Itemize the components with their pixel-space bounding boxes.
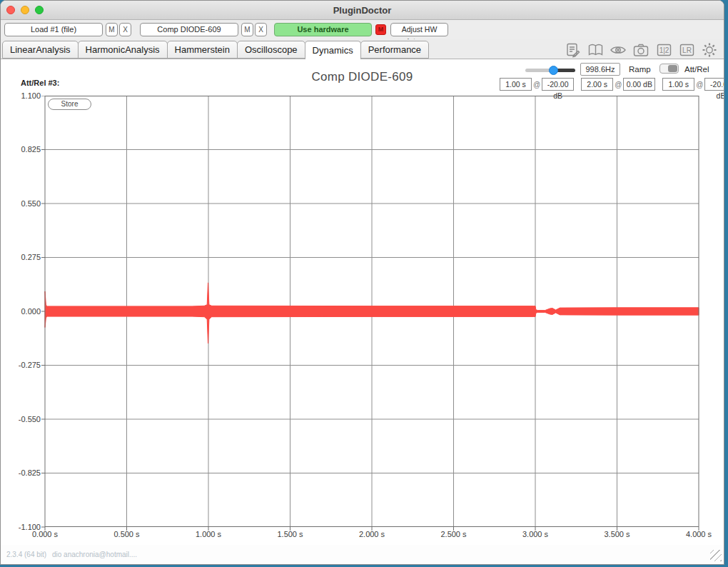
mute-2-button[interactable]: M bbox=[241, 23, 253, 36]
tab-oscilloscope[interactable]: Oscilloscope bbox=[237, 41, 305, 59]
resize-grip[interactable] bbox=[710, 550, 722, 561]
frequency-field[interactable]: 998.6Hz bbox=[580, 63, 620, 76]
tab-dynamics[interactable]: Dynamics bbox=[305, 41, 361, 59]
y-axis-labels: 1.1000.8250.5500.2750.000-0.275-0.550-0.… bbox=[1, 96, 41, 531]
y-tick-label: 0.825 bbox=[1, 145, 41, 154]
x-tick-label: 2.500 s bbox=[429, 530, 479, 538]
y-tick-label: 0.000 bbox=[1, 307, 41, 316]
svg-text:LR: LR bbox=[682, 46, 692, 54]
at-separator: @ bbox=[615, 81, 622, 89]
clear-1-button[interactable]: X bbox=[119, 23, 131, 36]
camera-icon[interactable] bbox=[632, 41, 649, 59]
clear-2-button[interactable]: X bbox=[255, 23, 267, 36]
svg-text:1|2: 1|2 bbox=[659, 46, 669, 54]
segment-3-time-field[interactable]: 1.00 s bbox=[662, 78, 694, 91]
x-tick-label: 3.500 s bbox=[592, 530, 642, 538]
at-separator: @ bbox=[533, 81, 540, 89]
ramp-label: Ramp bbox=[629, 65, 651, 74]
plugin-select-button[interactable]: Comp DIODE-609 bbox=[140, 23, 238, 36]
notes-icon[interactable] bbox=[564, 41, 581, 59]
segment-2: 2.00 s@0.00 dB bbox=[581, 78, 655, 91]
y-tick-label: 1.100 bbox=[1, 91, 41, 100]
tab-performance[interactable]: Performance bbox=[360, 41, 429, 59]
book-icon[interactable] bbox=[587, 41, 604, 59]
x-tick-label: 3.000 s bbox=[510, 530, 560, 538]
use-hardware-button[interactable]: Use hardware bbox=[274, 23, 372, 36]
x-tick-label: 0.000 s bbox=[20, 530, 70, 538]
eye-icon[interactable] bbox=[610, 41, 627, 59]
hw-mute-button[interactable]: M bbox=[375, 24, 386, 35]
settings-icon[interactable] bbox=[701, 41, 718, 59]
tab-bar: LinearAnalysisHarmonicAnalysisHammerstei… bbox=[1, 39, 724, 59]
segment-1: 1.00 s@-20.00 dB bbox=[500, 78, 574, 91]
titlebar[interactable]: PluginDoctor bbox=[1, 1, 724, 20]
segment-2-time-field[interactable]: 2.00 s bbox=[581, 78, 613, 91]
x-tick-label: 1.500 s bbox=[266, 530, 315, 538]
att-rel-preset-label: Att/Rel #3: bbox=[21, 79, 59, 87]
segment-1-level-field[interactable]: -20.00 dB bbox=[542, 78, 574, 91]
tab-linearanalysis[interactable]: LinearAnalysis bbox=[2, 41, 79, 59]
ramp-attrel-toggle[interactable] bbox=[659, 64, 679, 74]
registration-text: dio anachronia@hotmail.... bbox=[52, 551, 137, 558]
tab-harmonicanalysis[interactable]: HarmonicAnalysis bbox=[78, 41, 168, 59]
segment-3: 1.00 s@-20.00 dB bbox=[662, 78, 724, 91]
x-axis-labels: 0.000 s0.500 s1.000 s1.500 s2.000 s2.500… bbox=[39, 530, 710, 541]
segment-3-level-field[interactable]: -20.00 dB bbox=[704, 78, 724, 91]
y-tick-label: -0.825 bbox=[1, 468, 41, 477]
segment-2-level-field[interactable]: 0.00 dB bbox=[623, 78, 655, 91]
y-tick-label: 0.550 bbox=[1, 199, 41, 208]
header-icons: 1|2 LR bbox=[564, 41, 718, 59]
slider-knob[interactable] bbox=[549, 66, 558, 75]
toggle-knob[interactable] bbox=[668, 65, 677, 72]
waveform-plot bbox=[39, 96, 703, 534]
plugindoctor-window: PluginDoctor Load #1 (file) M X Comp DIO… bbox=[0, 0, 724, 565]
att-rel-label: Att/Rel bbox=[684, 65, 709, 74]
channels-12-icon[interactable]: 1|2 bbox=[655, 41, 672, 59]
y-tick-label: -0.275 bbox=[1, 361, 41, 369]
channels-lr-icon[interactable]: LR bbox=[678, 41, 695, 59]
frequency-slider[interactable] bbox=[525, 66, 575, 74]
load-file-button[interactable]: Load #1 (file) bbox=[4, 23, 103, 36]
x-tick-label: 2.000 s bbox=[347, 530, 397, 538]
window-title: PluginDoctor bbox=[1, 1, 724, 20]
plot-area bbox=[39, 96, 703, 534]
segment-1-time-field[interactable]: 1.00 s bbox=[500, 78, 532, 91]
tab-hammerstein[interactable]: Hammerstein bbox=[167, 41, 238, 59]
y-tick-label: -0.550 bbox=[1, 415, 41, 423]
mute-1-button[interactable]: M bbox=[106, 23, 118, 36]
toolbar: Load #1 (file) M X Comp DIODE-609 M X Us… bbox=[1, 20, 724, 39]
version-text: 2.3.4 (64 bit) bbox=[6, 551, 46, 558]
x-tick-label: 4.000 s bbox=[674, 530, 724, 538]
x-tick-label: 0.500 s bbox=[102, 530, 152, 538]
dynamics-panel: Comp DIODE-609 Att/Rel #3: 998.6Hz Ramp … bbox=[1, 59, 724, 546]
status-bar: 2.3.4 (64 bit) dio anachronia@hotmail...… bbox=[1, 545, 724, 564]
at-separator: @ bbox=[696, 81, 703, 89]
y-tick-label: 0.275 bbox=[1, 253, 41, 261]
att-rel-segment-fields: 1.00 s@-20.00 dB2.00 s@0.00 dB1.00 s@-20… bbox=[500, 78, 724, 91]
x-tick-label: 1.000 s bbox=[183, 530, 233, 538]
adjust-hw-latency-button[interactable]: Adjust HW latency bbox=[390, 23, 448, 36]
